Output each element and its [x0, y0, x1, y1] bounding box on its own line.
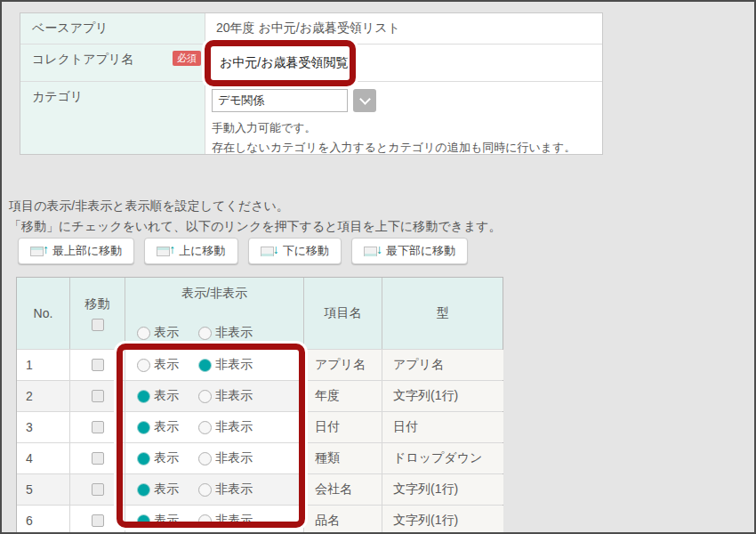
field-name-cell: 日付	[304, 412, 382, 442]
show-radio-label: 表示	[154, 450, 179, 466]
field-name-cell: 品名	[304, 506, 382, 534]
move-cell	[70, 443, 125, 473]
visibility-cell: 表示非表示	[125, 412, 304, 442]
hide-radio-label: 非表示	[215, 481, 253, 498]
move-button-3[interactable]: ↓下に移動	[248, 238, 342, 264]
table-row: 5表示非表示会社名文字列(1行)	[17, 473, 503, 505]
show-radio[interactable]	[137, 514, 150, 528]
hide-radio-label: 非表示	[215, 450, 253, 466]
move-button-label: 下に移動	[283, 243, 329, 259]
table-header: No. 移動 表示/非表示 表示 非表示 項目名	[17, 278, 503, 349]
move-cell	[70, 350, 125, 380]
field-name-cell: アプリ名	[304, 350, 382, 380]
collect-app-name-input[interactable]: お中元/お歳暮受領閲覧	[211, 46, 350, 79]
collect-app-name-label: コレクトアプリ名	[20, 44, 133, 68]
move-cell	[70, 381, 125, 411]
field-name-cell: 年度	[304, 381, 382, 411]
header-show-radio-label: 表示	[154, 325, 179, 341]
instruction-line-2: 「移動」にチェックをいれて、以下のリンクを押下すると項目を上下に移動できます。	[9, 216, 502, 237]
move-button-label: 最下部に移動	[386, 243, 455, 259]
category-input[interactable]	[212, 89, 348, 112]
field-type-cell: 文字列(1行)	[382, 381, 503, 411]
move-button-label: 上に移動	[179, 243, 225, 259]
move-up-icon: ↑	[157, 246, 173, 257]
hide-radio[interactable]	[198, 452, 212, 465]
move-button-label: 最上部に移動	[52, 243, 122, 259]
show-radio[interactable]	[137, 452, 150, 465]
hide-radio-label: 非表示	[215, 388, 253, 404]
move-checkbox[interactable]	[92, 390, 104, 402]
show-radio-label: 表示	[154, 481, 179, 498]
header-type: 型	[382, 278, 503, 349]
show-radio[interactable]	[137, 390, 150, 403]
table-row: 1表示非表示アプリ名アプリ名	[17, 349, 503, 380]
header-field-name: 項目名	[304, 278, 382, 349]
instructions: 項目の表示/非表示と表示順を設定してください。 「移動」にチェックをいれて、以下…	[9, 196, 502, 237]
move-checkbox[interactable]	[92, 359, 104, 371]
move-down-icon: ↓	[364, 246, 380, 257]
show-radio-label: 表示	[154, 388, 179, 404]
table-row: 2表示非表示年度文字列(1行)	[17, 380, 503, 411]
move-cell	[70, 412, 125, 442]
collect-app-name-label-cell: コレクトアプリ名 必須	[20, 44, 205, 81]
header-visibility: 表示/非表示 表示 非表示	[125, 278, 304, 349]
chevron-down-icon	[359, 93, 371, 105]
move-down-icon: ↓	[261, 246, 277, 257]
field-name-cell: 種類	[304, 443, 382, 473]
row-number: 2	[17, 381, 70, 411]
move-button-1[interactable]: ↑最上部に移動	[18, 238, 134, 264]
move-cell	[70, 506, 125, 534]
hide-radio-label: 非表示	[215, 513, 253, 529]
field-type-cell: 文字列(1行)	[382, 474, 503, 505]
show-radio[interactable]	[137, 359, 150, 372]
move-button-2[interactable]: ↑上に移動	[144, 238, 237, 264]
move-cell	[70, 474, 125, 505]
row-number: 5	[17, 474, 70, 505]
show-radio[interactable]	[137, 483, 150, 497]
move-checkbox[interactable]	[92, 421, 104, 433]
field-name-cell: 会社名	[304, 474, 382, 505]
visibility-cell: 表示非表示	[125, 381, 304, 411]
app-config-screen: ベースアプリ 20年度 お中元/お歳暮受領リスト コレクトアプリ名 必須 カテゴ…	[0, 0, 756, 534]
row-number: 1	[17, 350, 70, 380]
show-radio[interactable]	[137, 421, 150, 434]
category-label: カテゴリ	[20, 82, 83, 105]
move-up-icon: ↑	[30, 246, 46, 257]
header-visibility-label: 表示/非表示	[125, 286, 303, 302]
base-app-label-cell: ベースアプリ	[20, 13, 205, 44]
header-hide-radio-label: 非表示	[215, 325, 253, 341]
form-row-category: カテゴリ 手動入力可能です。 存在しないカテゴリを入力するとカテゴリの追加も同時…	[20, 81, 602, 154]
show-radio-label: 表示	[154, 419, 179, 435]
hide-radio[interactable]	[198, 359, 212, 372]
table-row: 3表示非表示日付日付	[17, 411, 503, 442]
select-all-checkbox[interactable]	[92, 319, 104, 331]
hide-radio[interactable]	[198, 421, 212, 434]
form-row-base-app: ベースアプリ 20年度 お中元/お歳暮受領リスト	[20, 13, 602, 44]
field-type-cell: 日付	[382, 412, 503, 442]
visibility-cell: 表示非表示	[125, 474, 304, 505]
category-help-line-1: 手動入力可能です。	[212, 118, 602, 137]
base-app-value: 20年度 お中元/お歳暮受領リスト	[205, 13, 602, 44]
table-row: 6表示非表示品名文字列(1行)	[17, 505, 503, 534]
move-button-4[interactable]: ↓最下部に移動	[351, 238, 468, 264]
row-number: 3	[17, 412, 70, 442]
row-number: 6	[17, 506, 70, 534]
table-row: 4表示非表示種類ドロップダウン	[17, 442, 503, 473]
category-label-cell: カテゴリ	[20, 82, 205, 154]
hide-radio[interactable]	[198, 390, 212, 403]
show-radio-label: 表示	[154, 357, 179, 373]
visibility-cell: 表示非表示	[125, 506, 304, 534]
show-radio-label: 表示	[154, 513, 179, 529]
hide-radio[interactable]	[198, 514, 212, 528]
move-checkbox[interactable]	[92, 514, 104, 527]
move-checkbox[interactable]	[92, 483, 104, 496]
category-value-cell: 手動入力可能です。 存在しないカテゴリを入力するとカテゴリの追加も同時に行います…	[205, 82, 602, 154]
move-checkbox[interactable]	[92, 452, 104, 465]
category-dropdown-button[interactable]	[353, 89, 376, 112]
hide-radio[interactable]	[198, 483, 212, 497]
header-move: 移動	[70, 278, 125, 349]
field-type-cell: ドロップダウン	[382, 443, 503, 473]
hide-radio-label: 非表示	[215, 419, 253, 435]
header-show-radio[interactable]	[137, 327, 150, 340]
header-hide-radio[interactable]	[198, 327, 212, 340]
